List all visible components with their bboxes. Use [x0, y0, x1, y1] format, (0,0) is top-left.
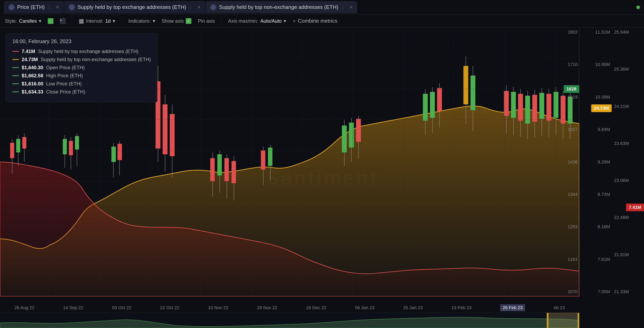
- svg-rect-49: [470, 76, 475, 110]
- axis-maxmin-value: Auto/Auto: [260, 18, 282, 24]
- y-nonexchange-3: 24.21M: [614, 104, 642, 109]
- svg-rect-7: [63, 139, 67, 154]
- eth-icon-3: ⬡: [210, 4, 216, 10]
- y-price-1802: 1802: [548, 30, 578, 35]
- mini-chart-svg: [0, 313, 579, 328]
- eth-icon-1: ⬡: [8, 4, 15, 10]
- tooltip-row-exchange: 7.41M Supply held by top exchange addres…: [12, 48, 151, 54]
- tooltip-close-label: Close Price (ETH): [46, 89, 85, 95]
- y-price-1527: 1527: [548, 127, 578, 132]
- tooltip-low-val: $1,616.00: [22, 81, 43, 86]
- status-dot: [636, 6, 640, 9]
- x-oct22: 22 Oct 22: [160, 305, 179, 310]
- mini-chart[interactable]: [0, 312, 579, 328]
- tooltip-row-open: $1,640.30 Open Price (ETH): [12, 65, 151, 70]
- color-swatch-secondary[interactable]: ▾: [60, 18, 66, 24]
- y-exchange-6: 8.72M: [581, 192, 610, 197]
- tooltip-close-val: $1,634.33: [22, 89, 43, 95]
- style-chevron: ▾: [39, 18, 41, 24]
- tab-price-eth[interactable]: ⬡ Price (ETH) ⋮ ✕: [4, 1, 64, 13]
- tooltip-date: 16:00, February 26, 2023: [12, 38, 151, 44]
- x-feb26: 26 Feb 23: [500, 304, 525, 311]
- low-dash: [12, 83, 19, 84]
- y-price-1070: 1070: [548, 289, 578, 294]
- style-label: Style:: [5, 18, 17, 24]
- y-price-1436: 1436: [548, 160, 578, 165]
- svg-rect-41: [423, 94, 428, 121]
- indicators-selector[interactable]: Indicators: ▾: [128, 18, 155, 24]
- tab-supply-nonexchange-close[interactable]: ✕: [349, 5, 353, 10]
- tooltip-open-label: Open Price (ETH): [46, 65, 85, 70]
- svg-rect-53: [511, 92, 516, 118]
- tab-bar: ⬡ Price (ETH) ⋮ ✕ ⬡ Supply held by top e…: [0, 0, 644, 14]
- axis-maxmin-label: Axis max/min:: [228, 18, 258, 24]
- tab-price-eth-menu[interactable]: ⋮: [47, 5, 52, 10]
- svg-rect-61: [540, 93, 544, 119]
- svg-rect-31: [261, 150, 265, 170]
- svg-rect-39: [356, 119, 361, 142]
- y-price-1161: 1161: [548, 257, 578, 262]
- y-price-1710: 1710: [548, 62, 578, 67]
- svg-rect-5: [22, 137, 26, 148]
- x-aug22: 26 Aug 22: [14, 305, 34, 310]
- svg-rect-9: [69, 141, 73, 155]
- axis-maxmin-selector[interactable]: Axis max/min: Auto/Auto ▾: [228, 18, 286, 24]
- x-axis: 26 Aug 22 14 Sep 22 03 Oct 22 22 Oct 22 …: [0, 304, 579, 312]
- x-oct03: 03 Oct 22: [112, 305, 131, 310]
- y-axis-exchange: 11.51M 10.95M 10.39M 9.84M 9.28M 8.72M 8…: [579, 28, 612, 296]
- x-nov29: 29 Nov 22: [257, 305, 277, 310]
- toolbar: Style: Candles ▾ ▾ ▦ Interval: 1d ▾ Indi…: [0, 14, 644, 28]
- exchange-dash: [12, 51, 19, 52]
- y-exchange-7: 8.16M: [581, 224, 610, 230]
- y-price-1253: 1253: [548, 224, 578, 230]
- x-jan06: 06 Jan 23: [355, 305, 374, 310]
- tooltip-nonexchange-label: Supply held by top non-exchange addresse…: [41, 57, 151, 62]
- show-axis-label: Show axis: [162, 18, 184, 24]
- eth-icon-2: ⬡: [68, 4, 75, 10]
- svg-rect-3: [16, 139, 20, 152]
- tab-supply-nonexchange[interactable]: ⬡ Supply held by top non-exchange addres…: [206, 1, 357, 13]
- tooltip-open-val: $1,640.30: [22, 65, 43, 70]
- tab-supply-exchange-menu[interactable]: ⋮: [188, 5, 193, 10]
- svg-rect-19: [163, 104, 168, 154]
- y-exchange-5: 9.28M: [581, 160, 610, 165]
- interval-selector[interactable]: ▦ Interval: 1d ▾: [79, 18, 115, 24]
- svg-rect-45: [437, 88, 442, 111]
- pin-axis-label: Pin axis: [198, 18, 215, 24]
- tooltip-box: 16:00, February 26, 2023 7.41M Supply he…: [6, 33, 158, 102]
- tab-price-eth-close[interactable]: ✕: [56, 5, 59, 10]
- combine-metrics-label: Combine metrics: [298, 18, 337, 24]
- svg-rect-92: [578, 313, 579, 328]
- tab-supply-exchange[interactable]: ⬡ Supply held by top exchange addresses …: [64, 1, 205, 13]
- color-swatch-green[interactable]: [48, 18, 54, 24]
- svg-rect-57: [525, 96, 530, 124]
- y-axis-price: 1802 1710 1619 1527 1436 1344 1253 1161 …: [547, 28, 579, 296]
- close-dash: [12, 92, 19, 92]
- tooltip-exchange-val: 7.41M: [22, 48, 35, 54]
- x-sep22: 14 Sep 22: [63, 305, 83, 310]
- svg-rect-27: [224, 158, 229, 181]
- show-axis-toggle[interactable]: Show axis ✓: [162, 18, 192, 24]
- tooltip-high-val: $1,662.58: [22, 73, 43, 78]
- show-axis-checkbox[interactable]: ✓: [186, 18, 192, 24]
- y-exchange-8: 7.61M: [581, 257, 610, 262]
- style-value: Candles: [19, 18, 37, 24]
- nonexchange-dash: [12, 59, 19, 60]
- svg-rect-51: [504, 91, 509, 116]
- combine-metrics-button[interactable]: + Combine metrics: [292, 18, 337, 24]
- tab-supply-nonexchange-menu[interactable]: ⋮: [341, 5, 345, 10]
- axis-maxmin-chevron: ▾: [284, 18, 286, 24]
- svg-rect-55: [518, 94, 523, 121]
- y-exchange-3: 10.39M: [581, 94, 610, 100]
- x-feb-extra: eb 23: [554, 305, 565, 310]
- x-nov10: 10 Nov 22: [208, 305, 228, 310]
- tooltip-high-label: High Price (ETH): [46, 73, 83, 78]
- tab-supply-exchange-close[interactable]: ✕: [197, 5, 201, 10]
- svg-rect-37: [349, 122, 354, 148]
- style-selector[interactable]: Style: Candles ▾: [5, 18, 41, 24]
- indicators-label: Indicators:: [128, 18, 151, 24]
- pin-axis-toggle[interactable]: Pin axis: [198, 18, 215, 24]
- tooltip-row-close: $1,634.33 Close Price (ETH): [12, 89, 151, 95]
- svg-rect-13: [112, 147, 116, 162]
- y-exchange-9: 7.05M: [581, 289, 610, 294]
